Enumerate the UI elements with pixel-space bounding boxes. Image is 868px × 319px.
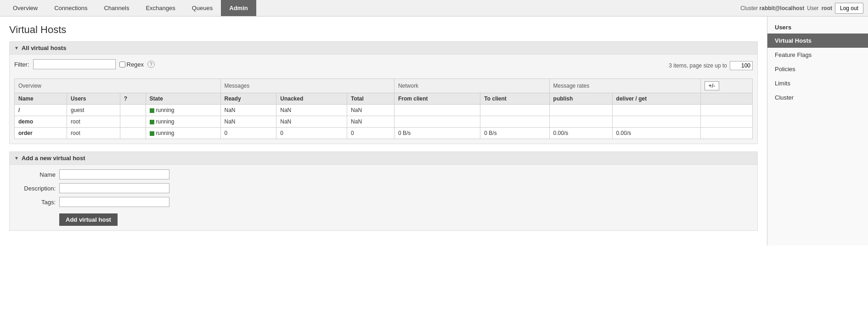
vhost-ready-demo: NaN [220, 116, 276, 128]
pagination-info: 3 items, page size up to [669, 61, 753, 70]
vhost-from-client-demo [394, 116, 480, 128]
vhost-unacked-order: 0 [276, 128, 347, 139]
vhost-action-demo [700, 116, 752, 128]
col-deliver-get: deliver / get [612, 93, 700, 105]
message-rates-group-header: Message rates [549, 79, 700, 93]
add-vhost-section-body: Name Description: Tags: Add virtual host [10, 165, 757, 230]
add-vhost-section-header: ▼ Add a new virtual host [10, 152, 757, 165]
vhost-publish-slash [549, 105, 612, 116]
table-row: / guest running NaN NaN NaN [15, 105, 753, 116]
col-total: Total [347, 93, 395, 105]
page-title: Virtual Hosts [9, 24, 758, 36]
page-size-input[interactable] [730, 61, 753, 70]
table-row: order root running 0 0 0 0 B/s 0 B/s 0.0… [15, 128, 753, 139]
sidebar-item-cluster[interactable]: Cluster [767, 90, 868, 105]
regex-label: Regex [119, 61, 144, 68]
col-publish: publish [549, 93, 612, 105]
vhost-publish-order: 0.00/s [549, 128, 612, 139]
top-nav-right: Cluster rabbit@localhost User root Log o… [740, 3, 863, 14]
filter-help-icon[interactable]: ? [147, 61, 155, 68]
vhost-help-order [120, 128, 146, 139]
vhost-name-demo[interactable]: demo [15, 116, 67, 128]
name-label: Name [14, 171, 56, 178]
plus-minus-cell: +/- [700, 79, 752, 93]
table-header-row: Name Users ? State Ready Unacked Total F… [15, 93, 753, 105]
vhost-deliver-get-demo [612, 116, 700, 128]
overview-group-header: Overview [15, 79, 221, 93]
vhost-name-slash[interactable]: / [15, 105, 67, 116]
filter-label: Filter: [14, 61, 29, 68]
col-unacked: Unacked [276, 93, 347, 105]
all-vhosts-section-body: Filter: Regex ? 3 items, page size up to [10, 55, 757, 144]
content-area: Virtual Hosts ▼ All virtual hosts Filter… [0, 17, 767, 246]
right-sidebar: Users Virtual Hosts Feature Flags Polici… [767, 17, 868, 246]
nav-channels[interactable]: Channels [96, 0, 137, 16]
vhost-state-order: running [146, 128, 220, 139]
sidebar-item-virtual-hosts[interactable]: Virtual Hosts [767, 34, 868, 48]
table-row: demo root running NaN NaN NaN [15, 116, 753, 128]
vhost-help-slash [120, 105, 146, 116]
col-from-client: From client [394, 93, 480, 105]
nav-exchanges[interactable]: Exchanges [137, 0, 183, 16]
col-ready: Ready [220, 93, 276, 105]
name-form-row: Name [14, 169, 753, 179]
description-form-row: Description: [14, 183, 753, 193]
sidebar-item-feature-flags[interactable]: Feature Flags [767, 48, 868, 62]
sidebar-item-policies[interactable]: Policies [767, 62, 868, 76]
add-vhost-section: ▼ Add a new virtual host Name Descriptio… [9, 151, 758, 231]
vhosts-table-body: / guest running NaN NaN NaN [15, 105, 753, 139]
col-help[interactable]: ? [120, 93, 146, 105]
col-actions [700, 93, 752, 105]
vhost-deliver-get-slash [612, 105, 700, 116]
vhost-help-demo [120, 116, 146, 128]
nav-queues[interactable]: Queues [184, 0, 221, 16]
running-indicator [150, 131, 154, 136]
vhost-users-order: root [67, 128, 120, 139]
add-vhost-collapse-icon[interactable]: ▼ [14, 156, 19, 161]
vhost-users-slash: guest [67, 105, 120, 116]
running-indicator [150, 120, 154, 124]
nav-admin[interactable]: Admin [221, 0, 256, 16]
logout-button[interactable]: Log out [835, 3, 863, 14]
nav-items-left: Overview Connections Channels Exchanges … [5, 0, 740, 16]
col-state: State [146, 93, 220, 105]
col-name: Name [15, 93, 67, 105]
cluster-label: Cluster [740, 5, 758, 11]
top-navigation: Overview Connections Channels Exchanges … [0, 0, 868, 17]
running-indicator [150, 108, 154, 113]
col-to-client: To client [480, 93, 549, 105]
vhost-tags-input[interactable] [59, 197, 169, 207]
pagination-text: 3 items, page size up to [669, 62, 727, 69]
vhost-unacked-slash: NaN [276, 105, 347, 116]
section-collapse-icon[interactable]: ▼ [14, 45, 19, 50]
vhost-state-slash: running [146, 105, 220, 116]
table-group-header-row: Overview Messages Network Message rates … [15, 79, 753, 93]
regex-checkbox[interactable] [119, 62, 125, 67]
all-vhosts-section: ▼ All virtual hosts Filter: Regex ? [9, 41, 758, 144]
vhost-deliver-get-order: 0.00/s [612, 128, 700, 139]
cluster-name: rabbit@localhost [760, 5, 805, 11]
all-vhosts-section-title: All virtual hosts [22, 45, 67, 51]
tags-label: Tags: [14, 199, 56, 206]
vhost-to-client-slash [480, 105, 549, 116]
vhost-to-client-demo [480, 116, 549, 128]
filter-input[interactable] [33, 59, 116, 69]
vhost-description-input[interactable] [59, 183, 169, 193]
vhost-users-demo: root [67, 116, 120, 128]
vhost-name-order[interactable]: order [15, 128, 67, 139]
vhost-name-input[interactable] [59, 169, 169, 179]
nav-connections[interactable]: Connections [46, 0, 96, 16]
vhost-action-order [700, 128, 752, 139]
cluster-info: Cluster rabbit@localhost [740, 5, 804, 11]
plus-minus-button[interactable]: +/- [705, 81, 719, 90]
add-vhost-section-title: Add a new virtual host [22, 155, 85, 162]
sidebar-section-title: Users [767, 21, 868, 34]
vhost-unacked-demo: NaN [276, 116, 347, 128]
all-vhosts-section-header: ▼ All virtual hosts [10, 42, 757, 55]
vhost-ready-order: 0 [220, 128, 276, 139]
sidebar-item-limits[interactable]: Limits [767, 76, 868, 90]
add-vhost-button[interactable]: Add virtual host [59, 213, 118, 226]
col-users: Users [67, 93, 120, 105]
nav-overview[interactable]: Overview [5, 0, 46, 16]
filter-row: Filter: Regex ? [14, 59, 155, 69]
